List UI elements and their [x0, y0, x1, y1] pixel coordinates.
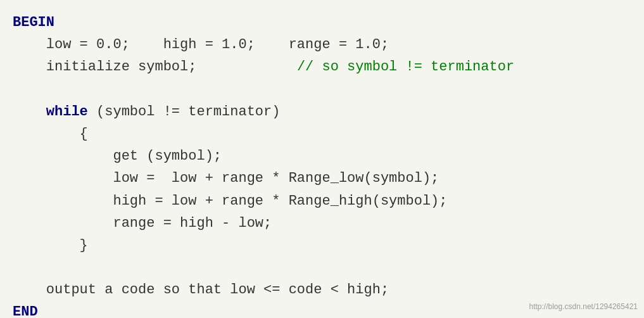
line-7: get (symbol);: [13, 145, 631, 167]
comment-1: // so symbol != terminator: [297, 59, 514, 75]
line-13: output a code so that low <= code < high…: [13, 279, 631, 301]
line-9: high = low + range * Range_high(symbol);: [13, 190, 631, 212]
line-6: {: [13, 123, 631, 145]
line-12-empty: [13, 257, 631, 279]
keyword-while: while: [46, 104, 88, 120]
line-1: BEGIN: [13, 11, 631, 34]
line-11: }: [13, 234, 631, 257]
watermark: http://blog.csdn.net/1294265421: [529, 301, 638, 313]
code-block: BEGIN low = 0.0; high = 1.0; range = 1.0…: [13, 11, 631, 318]
keyword-end: END: [13, 304, 38, 318]
line-5: while (symbol != terminator): [13, 101, 631, 123]
keyword-begin: BEGIN: [13, 15, 54, 30]
code-container: BEGIN low = 0.0; high = 1.0; range = 1.0…: [0, 0, 644, 318]
line-10: range = high - low;: [13, 212, 631, 234]
line-8: low = low + range * Range_low(symbol);: [13, 167, 631, 189]
line-2: low = 0.0; high = 1.0; range = 1.0;: [13, 34, 631, 56]
line-3: initialize symbol; // so symbol != termi…: [13, 56, 631, 78]
line-4-empty: [13, 79, 631, 101]
